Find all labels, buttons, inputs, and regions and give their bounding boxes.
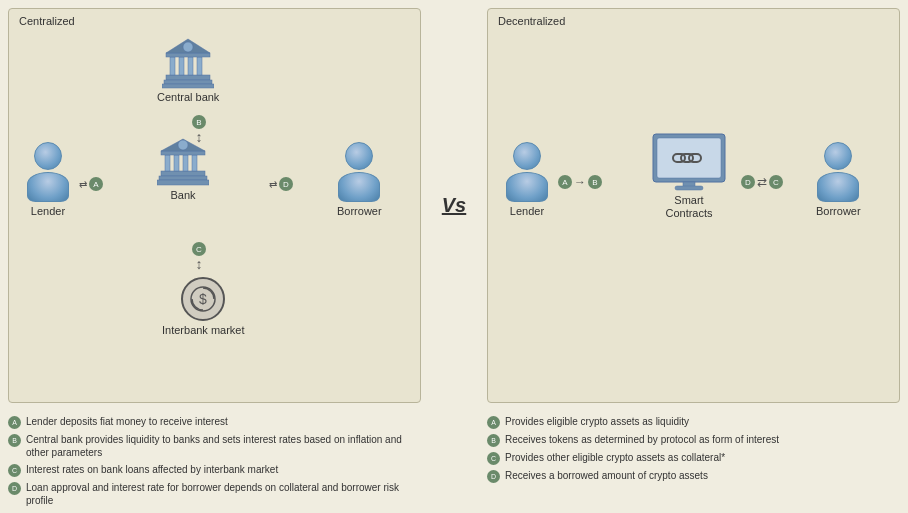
decentralized-panel: Decentralized Lender [487, 8, 900, 403]
vs-divider: Vs [429, 8, 479, 403]
svg-rect-1 [164, 80, 212, 84]
decentralized-title: Decentralized [498, 15, 565, 27]
lender-right-icon: Lender [506, 142, 548, 217]
letter-d-right: D [741, 175, 755, 189]
left-legend: A Lender deposits fiat money to receive … [8, 415, 421, 507]
arrow-d-left: ⇄ D [269, 177, 293, 191]
lender-right-label: Lender [510, 205, 544, 217]
legend-text-right-c: Provides other eligible crypto assets as… [505, 451, 725, 464]
lender-label: Lender [31, 205, 65, 217]
legend-letter-left-c: C [8, 464, 21, 477]
svg-rect-2 [162, 84, 214, 88]
svg-rect-28 [675, 186, 703, 190]
lender-icon: Lender [27, 142, 69, 217]
letter-b-left: B [192, 115, 206, 129]
interbank-circle: $ [181, 277, 225, 321]
interbank-label: Interbank market [162, 324, 245, 336]
svg-rect-15 [183, 155, 188, 171]
svg-rect-13 [165, 155, 170, 171]
svg-rect-10 [161, 171, 205, 176]
right-legend-item-a: A Provides eligible crypto assets as liq… [487, 415, 900, 429]
svg-rect-5 [188, 57, 193, 75]
right-legend-item-d: D Receives a borrowed amount of crypto a… [487, 469, 900, 483]
central-bank-label: Central bank [157, 91, 219, 103]
svg-rect-7 [166, 53, 210, 57]
svg-point-9 [183, 42, 193, 52]
bottom-legend-area: A Lender deposits fiat money to receive … [0, 411, 908, 513]
svg-rect-6 [197, 57, 202, 75]
left-legend-item-b: B Central bank provides liquidity to ban… [8, 433, 421, 459]
svg-point-19 [178, 140, 188, 150]
svg-rect-3 [170, 57, 175, 75]
arrow-cd-right: D ⇄ C [741, 175, 783, 189]
central-bank-icon: Central bank [157, 37, 219, 103]
borrower-left-label: Borrower [337, 205, 382, 217]
left-legend-item-d: D Loan approval and interest rate for bo… [8, 481, 421, 507]
letter-c-left: C [192, 242, 206, 256]
letter-b-right: B [588, 175, 602, 189]
legend-text-left-c: Interest rates on bank loans affected by… [26, 463, 278, 476]
borrower-left-icon: Borrower [337, 142, 382, 217]
centralized-diagram: Central bank Lender [17, 27, 412, 404]
svg-rect-14 [174, 155, 179, 171]
legend-letter-right-b: B [487, 434, 500, 447]
arrow-c-left: C ↕ [192, 242, 206, 271]
arrow-ab-right: A → B [558, 175, 602, 189]
arrow-b-left: B ↕ [192, 115, 206, 144]
letter-c-right: C [769, 175, 783, 189]
left-legend-item-a: A Lender deposits fiat money to receive … [8, 415, 421, 429]
legend-text-left-b: Central bank provides liquidity to banks… [26, 433, 421, 459]
legend-text-left-d: Loan approval and interest rate for borr… [26, 481, 421, 507]
svg-rect-17 [161, 151, 205, 155]
svg-rect-16 [192, 155, 197, 171]
legend-letter-right-a: A [487, 416, 500, 429]
legend-letter-left-d: D [8, 482, 21, 495]
smart-contracts-label: SmartContracts [665, 194, 712, 220]
right-legend: A Provides eligible crypto assets as liq… [487, 415, 900, 507]
svg-rect-11 [159, 176, 207, 180]
legend-text-right-b: Receives tokens as determined by protoco… [505, 433, 779, 446]
svg-rect-0 [166, 75, 210, 80]
centralized-panel: Centralized [8, 8, 421, 403]
vs-text: Vs [442, 194, 466, 217]
letter-d-left: D [279, 177, 293, 191]
svg-rect-12 [157, 180, 209, 185]
interbank-icon: $ Interbank market [162, 277, 245, 336]
letter-a-right: A [558, 175, 572, 189]
legend-letter-right-c: C [487, 452, 500, 465]
arrow-a-left: ⇄ A [79, 177, 103, 191]
right-legend-item-b: B Receives tokens as determined by proto… [487, 433, 900, 447]
decentralized-diagram: Lender [496, 27, 891, 404]
smart-contracts-icon: SmartContracts [651, 132, 727, 220]
left-legend-item-c: C Interest rates on bank loans affected … [8, 463, 421, 477]
vs-spacer [429, 415, 479, 507]
svg-text:$: $ [199, 291, 207, 307]
legend-text-right-a: Provides eligible crypto assets as liqui… [505, 415, 689, 428]
legend-text-left-a: Lender deposits fiat money to receive in… [26, 415, 228, 428]
legend-letter-left-b: B [8, 434, 21, 447]
bank-label: Bank [170, 189, 195, 201]
letter-a-left: A [89, 177, 103, 191]
borrower-right-icon: Borrower [816, 142, 861, 217]
legend-letter-right-d: D [487, 470, 500, 483]
borrower-right-label: Borrower [816, 205, 861, 217]
centralized-title: Centralized [19, 15, 75, 27]
right-legend-item-c: C Provides other eligible crypto assets … [487, 451, 900, 465]
legend-letter-left-a: A [8, 416, 21, 429]
legend-text-right-d: Receives a borrowed amount of crypto ass… [505, 469, 708, 482]
svg-rect-4 [179, 57, 184, 75]
